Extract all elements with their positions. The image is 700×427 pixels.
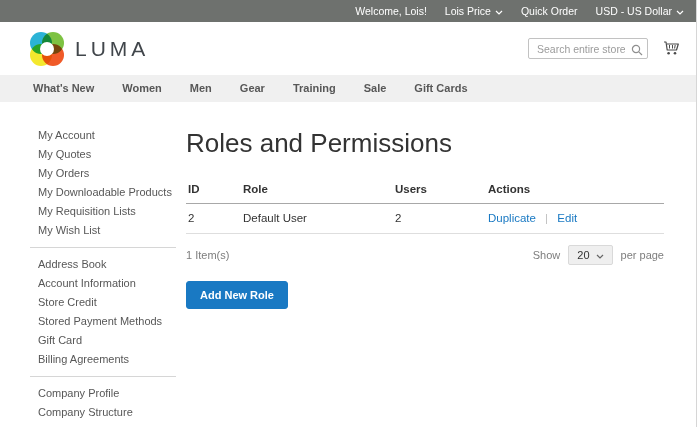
account-sidebar: My Account My Quotes My Orders My Downlo… bbox=[30, 126, 176, 427]
quick-order-link[interactable]: Quick Order bbox=[521, 5, 578, 17]
search-input[interactable] bbox=[528, 38, 648, 59]
cell-role-users: 2 bbox=[393, 204, 486, 234]
per-page-limiter: Show 20 per page bbox=[533, 245, 664, 265]
column-header-users: Users bbox=[393, 179, 486, 204]
chevron-down-icon bbox=[676, 5, 684, 17]
page-title: Roles and Permissions bbox=[186, 128, 664, 159]
customer-menu[interactable]: Lois Price bbox=[445, 5, 503, 17]
table-header-row: ID Role Users Actions bbox=[186, 179, 664, 204]
nav-item-whats-new[interactable]: What's New bbox=[19, 75, 108, 102]
nav-item-women[interactable]: Women bbox=[108, 75, 176, 102]
sidebar-item-company-structure[interactable]: Company Structure bbox=[30, 403, 176, 422]
sidebar-item-my-quotes[interactable]: My Quotes bbox=[30, 145, 176, 164]
table-toolbar: 1 Item(s) Show 20 per page bbox=[186, 245, 664, 265]
per-page-label: per page bbox=[621, 249, 664, 261]
content-area: My Account My Quotes My Orders My Downlo… bbox=[0, 102, 696, 427]
table-row: 2 Default User 2 Duplicate Edit bbox=[186, 204, 664, 234]
cart-icon[interactable] bbox=[663, 41, 680, 56]
logo-text: LUMA bbox=[75, 37, 149, 61]
per-page-value: 20 bbox=[577, 249, 589, 261]
actions-separator bbox=[546, 214, 547, 224]
chevron-down-icon bbox=[596, 249, 604, 261]
search-box bbox=[528, 38, 648, 59]
luma-logo-icon bbox=[30, 32, 64, 66]
sidebar-divider bbox=[30, 247, 176, 248]
welcome-message: Welcome, Lois! bbox=[355, 5, 427, 17]
cell-role-actions: Duplicate Edit bbox=[486, 204, 664, 234]
sidebar-item-account-information[interactable]: Account Information bbox=[30, 274, 176, 293]
sidebar-item-my-requisition-lists[interactable]: My Requisition Lists bbox=[30, 202, 176, 221]
column-header-id: ID bbox=[186, 179, 241, 204]
currency-label: USD - US Dollar bbox=[596, 5, 672, 17]
top-panel: Welcome, Lois! Lois Price Quick Order US… bbox=[0, 0, 696, 22]
sidebar-divider bbox=[30, 376, 176, 377]
cell-role-id: 2 bbox=[186, 204, 241, 234]
search-icon[interactable] bbox=[631, 42, 643, 60]
sidebar-item-gift-card[interactable]: Gift Card bbox=[30, 331, 176, 350]
duplicate-link[interactable]: Duplicate bbox=[488, 212, 536, 224]
customer-menu-label: Lois Price bbox=[445, 5, 491, 17]
column-header-actions: Actions bbox=[486, 179, 664, 204]
nav-item-gear[interactable]: Gear bbox=[226, 75, 279, 102]
luma-logo[interactable]: LUMA bbox=[30, 32, 149, 66]
sidebar-item-my-downloadable-products[interactable]: My Downloadable Products bbox=[30, 183, 176, 202]
items-count: 1 Item(s) bbox=[186, 249, 229, 261]
show-label: Show bbox=[533, 249, 561, 261]
nav-item-training[interactable]: Training bbox=[279, 75, 350, 102]
cell-role-name: Default User bbox=[241, 204, 393, 234]
sidebar-item-my-wish-list[interactable]: My Wish List bbox=[30, 221, 176, 240]
page-header: LUMA bbox=[0, 22, 696, 75]
sidebar-item-address-book[interactable]: Address Book bbox=[30, 255, 176, 274]
nav-item-men[interactable]: Men bbox=[176, 75, 226, 102]
column-header-role: Role bbox=[241, 179, 393, 204]
nav-item-sale[interactable]: Sale bbox=[350, 75, 401, 102]
sidebar-item-my-orders[interactable]: My Orders bbox=[30, 164, 176, 183]
chevron-down-icon bbox=[495, 5, 503, 17]
sidebar-item-company-profile[interactable]: Company Profile bbox=[30, 384, 176, 403]
sidebar-item-my-account[interactable]: My Account bbox=[30, 126, 176, 145]
roles-table: ID Role Users Actions 2 Default User 2 D… bbox=[186, 179, 664, 234]
edit-link[interactable]: Edit bbox=[557, 212, 577, 224]
main-column: Roles and Permissions ID Role Users Acti… bbox=[176, 126, 696, 427]
add-new-role-button[interactable]: Add New Role bbox=[186, 281, 288, 309]
per-page-select[interactable]: 20 bbox=[568, 245, 612, 265]
sidebar-item-stored-payment-methods[interactable]: Stored Payment Methods bbox=[30, 312, 176, 331]
main-nav: What's New Women Men Gear Training Sale … bbox=[0, 75, 696, 102]
sidebar-item-billing-agreements[interactable]: Billing Agreements bbox=[30, 350, 176, 369]
header-actions bbox=[528, 38, 680, 59]
nav-item-gift-cards[interactable]: Gift Cards bbox=[400, 75, 481, 102]
sidebar-item-store-credit[interactable]: Store Credit bbox=[30, 293, 176, 312]
storefront-page: Welcome, Lois! Lois Price Quick Order US… bbox=[0, 0, 697, 427]
currency-switcher[interactable]: USD - US Dollar bbox=[596, 5, 684, 17]
quick-order-label: Quick Order bbox=[521, 5, 578, 17]
sidebar-item-company-users[interactable]: Company Users bbox=[30, 422, 176, 427]
